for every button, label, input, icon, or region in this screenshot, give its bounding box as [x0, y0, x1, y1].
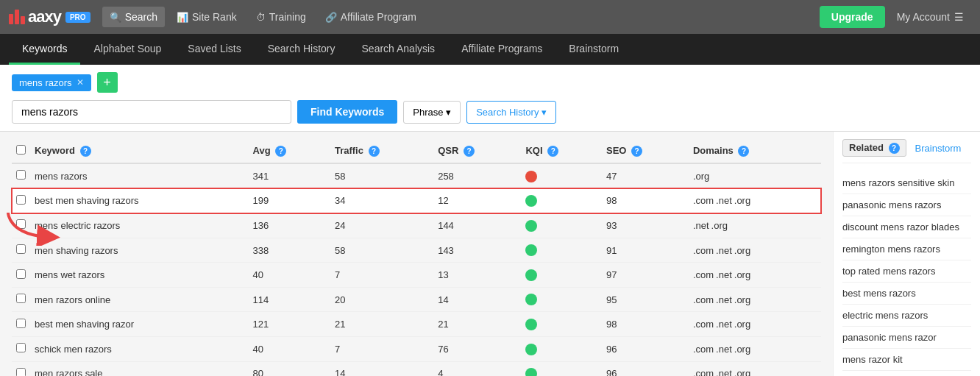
header-kqi: KQI ?	[521, 139, 602, 163]
sec-nav-keywords[interactable]: Keywords	[9, 34, 80, 65]
sec-nav-saved[interactable]: Saved Lists	[174, 34, 254, 65]
domain-link[interactable]: .org	[693, 171, 709, 182]
row-checkbox[interactable]	[16, 368, 26, 376]
domains-help-icon[interactable]: ?	[738, 146, 749, 157]
domain-link[interactable]: .net	[716, 245, 732, 256]
row-checkbox[interactable]	[16, 319, 26, 328]
kqi-help-icon[interactable]: ?	[547, 146, 558, 157]
domain-link[interactable]: .org	[734, 294, 750, 305]
select-all-checkbox[interactable]	[16, 145, 26, 155]
domain-link[interactable]: .com	[693, 269, 714, 280]
logo-bar2	[15, 10, 19, 24]
nav-affiliate[interactable]: 🔗 Affiliate Program	[318, 7, 424, 27]
domain-link[interactable]: .org	[711, 220, 728, 231]
cell-seo: 47	[602, 163, 689, 188]
cell-kqi	[521, 312, 602, 337]
domain-link[interactable]: .net	[716, 344, 732, 355]
cell-kqi	[521, 263, 602, 288]
kqi-dot	[525, 269, 537, 281]
sidebar-related-item[interactable]: mens razor kit	[842, 349, 971, 371]
add-tag-button[interactable]: +	[97, 72, 118, 93]
nav-siterank[interactable]: 📊 Site Rank	[169, 7, 244, 27]
my-account[interactable]: My Account ☰	[890, 7, 971, 27]
row-checkbox[interactable]	[16, 195, 26, 205]
domain-link[interactable]: .com	[693, 368, 714, 376]
row-checkbox[interactable]	[16, 343, 26, 352]
results-table: Keyword ? Avg ? Traffic ? QSR	[12, 139, 821, 376]
row-checkbox[interactable]	[16, 294, 26, 303]
keyword-help-icon[interactable]: ?	[80, 146, 91, 157]
tag-label: mens razors	[19, 77, 72, 88]
cell-traffic: 58	[330, 238, 433, 263]
tag-close-icon[interactable]: ✕	[77, 77, 84, 88]
search-tag: mens razors ✕	[12, 74, 91, 91]
brainstorm-tab[interactable]: Brainstorm	[915, 143, 962, 154]
domain-link[interactable]: .com	[693, 344, 714, 355]
sidebar-related-item[interactable]: top rated mens razors	[842, 260, 971, 283]
nav-search[interactable]: 🔍 Search	[102, 7, 165, 27]
domain-link[interactable]: .com	[693, 294, 714, 305]
nav-training-label: Training	[269, 11, 306, 23]
qsr-help-icon[interactable]: ?	[464, 146, 475, 157]
cell-seo: 93	[602, 213, 689, 238]
header-checkbox-cell	[12, 139, 30, 163]
cell-domains: .com.net.org	[689, 312, 821, 337]
cell-qsr: 4	[433, 361, 521, 376]
sidebar-related-item[interactable]: panasonic mens razors	[842, 194, 971, 216]
search-input[interactable]	[12, 100, 291, 124]
domain-link[interactable]: .org	[734, 195, 750, 206]
domain-link[interactable]: .com	[693, 319, 714, 330]
siterank-icon: 📊	[177, 12, 188, 23]
sec-nav-alphabet[interactable]: Alphabet Soup	[80, 34, 174, 65]
cell-qsr: 258	[433, 163, 521, 188]
sidebar-related-item[interactable]: panasonic mens razor	[842, 327, 971, 349]
cell-seo: 98	[602, 312, 689, 337]
cell-avg: 199	[249, 188, 330, 213]
domain-link[interactable]: .net	[693, 220, 709, 231]
domain-link[interactable]: .org	[734, 269, 750, 280]
domain-link[interactable]: .com	[693, 245, 714, 256]
sec-nav-brainstorm[interactable]: Brainstorm	[555, 34, 632, 65]
domain-link[interactable]: .net	[716, 294, 732, 305]
domain-link[interactable]: .net	[716, 195, 732, 206]
related-help-icon[interactable]: ?	[889, 143, 900, 154]
phrase-button[interactable]: Phrase ▾	[403, 101, 461, 124]
cell-keyword: best men shaving razor	[30, 312, 249, 337]
row-checkbox[interactable]	[16, 170, 26, 180]
sec-nav-analysis[interactable]: Search Analysis	[349, 34, 449, 65]
cell-seo: 95	[602, 287, 689, 312]
upgrade-button[interactable]: Upgrade	[820, 6, 885, 28]
cell-avg: 40	[249, 263, 330, 288]
find-keywords-button[interactable]: Find Keywords	[297, 100, 397, 124]
domain-link[interactable]: .com	[693, 195, 714, 206]
sidebar-related-item[interactable]: discount mens razor blades	[842, 216, 971, 238]
sidebar-related-item[interactable]: mens razors sensitive skin	[842, 172, 971, 194]
sec-nav-affiliate-programs[interactable]: Affiliate Programs	[448, 34, 555, 65]
domain-link[interactable]: .net	[716, 368, 732, 376]
sec-nav-history[interactable]: Search History	[255, 34, 349, 65]
traffic-help-icon[interactable]: ?	[369, 146, 380, 157]
domain-link[interactable]: .org	[734, 319, 750, 330]
cell-seo: 96	[602, 337, 689, 362]
sec-nav-analysis-label: Search Analysis	[362, 43, 436, 54]
hamburger-icon: ☰	[954, 11, 964, 23]
sidebar-related-item[interactable]: best mens razors	[842, 283, 971, 305]
table-row: schick men razors4077696.com.net.org	[12, 337, 821, 362]
domain-link[interactable]: .org	[734, 344, 750, 355]
table-row: mens razors3415825847.org	[12, 163, 821, 188]
nav-training[interactable]: ⏱ Training	[249, 7, 313, 27]
row-checkbox[interactable]	[16, 269, 26, 279]
history-button[interactable]: Search History ▾	[466, 101, 556, 124]
avg-help-icon[interactable]: ?	[275, 146, 286, 157]
domain-link[interactable]: .org	[734, 245, 750, 256]
domain-link[interactable]: .org	[734, 368, 750, 376]
cell-traffic: 58	[330, 163, 433, 188]
seo-help-icon[interactable]: ?	[631, 146, 642, 157]
domain-link[interactable]: .net	[716, 319, 732, 330]
cell-qsr: 143	[433, 238, 521, 263]
nav-search-label: Search	[125, 11, 157, 23]
domain-link[interactable]: .net	[716, 269, 732, 280]
sidebar-related-item[interactable]: electric mens razors	[842, 305, 971, 327]
sidebar-related-item[interactable]: remington mens razors	[842, 238, 971, 260]
related-tab[interactable]: Related ?	[842, 139, 906, 157]
